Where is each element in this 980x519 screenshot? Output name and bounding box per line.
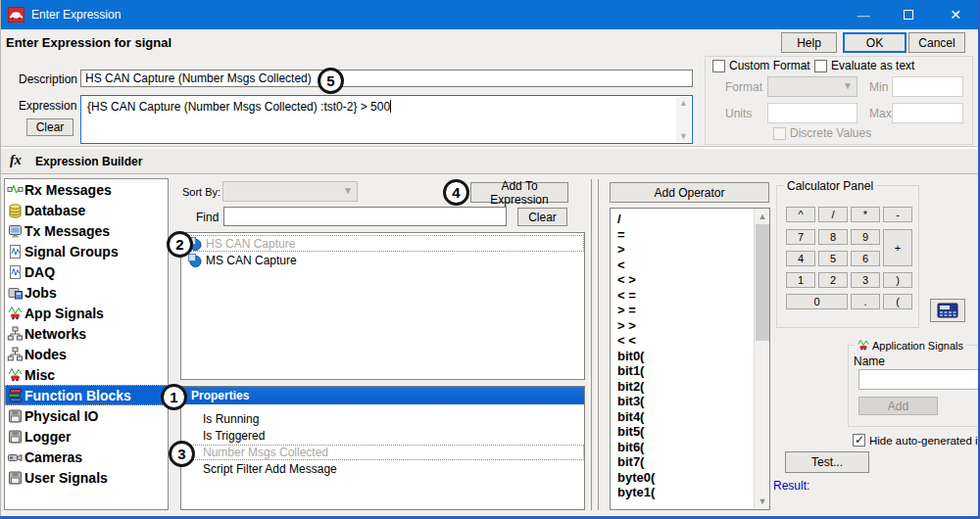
calc-key-5[interactable]: 5 bbox=[818, 251, 848, 266]
operator-item[interactable]: < = bbox=[611, 288, 753, 304]
function-block-list: HS CAN Capture MS CAN Capture bbox=[180, 232, 585, 380]
sidebar-item-daq[interactable]: DAQ bbox=[5, 261, 168, 282]
expression-builder-title: Expression Builder bbox=[35, 155, 142, 168]
calc-key-minus[interactable]: - bbox=[883, 207, 912, 222]
cancel-button[interactable]: Cancel bbox=[908, 32, 965, 53]
misc-icon bbox=[7, 367, 24, 383]
calc-key-6[interactable]: 6 bbox=[851, 251, 880, 266]
expression-scrollbar[interactable]: ▲▼ bbox=[676, 97, 691, 142]
operator-item[interactable]: bit5( bbox=[611, 424, 753, 440]
min-input[interactable] bbox=[892, 76, 963, 97]
operator-item[interactable]: > > bbox=[611, 318, 753, 334]
sidebar-item-cameras[interactable]: Cameras bbox=[5, 447, 168, 467]
user-signals-icon bbox=[7, 470, 24, 486]
calc-key-8[interactable]: 8 bbox=[818, 229, 848, 245]
operator-item[interactable]: < < bbox=[611, 333, 753, 349]
evaluate-as-text-checkbox[interactable] bbox=[814, 60, 827, 72]
list-item-ms-can-capture[interactable]: MS CAN Capture bbox=[181, 252, 584, 268]
tx-messages-icon bbox=[7, 223, 24, 239]
scroll-down-icon[interactable]: ▼ bbox=[755, 494, 770, 509]
splitter[interactable] bbox=[589, 179, 592, 510]
format-dropdown[interactable]: ▼ bbox=[767, 76, 858, 97]
sidebar-item-physical-io[interactable]: Physical IO bbox=[5, 405, 168, 426]
nodes-icon bbox=[7, 347, 24, 362]
sidebar-item-signal-groups[interactable]: Signal Groups bbox=[5, 241, 168, 261]
sort-by-dropdown[interactable]: ▼ bbox=[222, 181, 358, 202]
calc-key-close-paren[interactable]: ) bbox=[883, 272, 912, 288]
expression-input[interactable]: {HS CAN Capture (Number Msgs Collected) … bbox=[80, 95, 693, 144]
list-item-hs-can-capture[interactable]: HS CAN Capture bbox=[181, 235, 584, 252]
clear-find-button[interactable]: Clear bbox=[517, 208, 567, 226]
calc-key-caret[interactable]: ^ bbox=[786, 207, 815, 222]
help-button[interactable]: Help bbox=[781, 32, 837, 53]
calc-key-decimal[interactable]: . bbox=[851, 294, 880, 309]
sidebar-item-misc[interactable]: Misc bbox=[5, 364, 168, 385]
operator-scrollbar[interactable]: ▲ ▼ bbox=[754, 209, 769, 509]
calc-key-3[interactable]: 3 bbox=[851, 272, 880, 288]
calc-key-4[interactable]: 4 bbox=[786, 251, 815, 266]
close-button[interactable]: ✕ bbox=[931, 0, 980, 29]
calc-key-9[interactable]: 9 bbox=[851, 229, 880, 245]
sidebar-item-tx-messages[interactable]: Tx Messages bbox=[5, 220, 168, 241]
scroll-up-icon[interactable]: ▲ bbox=[755, 209, 770, 224]
sidebar-item-app-signals[interactable]: App Signals bbox=[5, 303, 168, 323]
add-signal-button[interactable]: Add bbox=[858, 397, 938, 415]
calculator-button[interactable] bbox=[930, 299, 965, 322]
calc-key-plus[interactable]: + bbox=[883, 229, 912, 266]
operator-item[interactable]: < bbox=[611, 258, 753, 273]
add-operator-button[interactable]: Add Operator bbox=[610, 182, 769, 203]
test-button[interactable]: Test... bbox=[785, 451, 869, 473]
operator-item[interactable]: = bbox=[611, 227, 753, 243]
operator-item[interactable]: bit1( bbox=[611, 363, 753, 379]
operator-item[interactable]: bit6( bbox=[611, 440, 753, 455]
expression-text: {HS CAN Capture (Number Msgs Collected) … bbox=[87, 100, 390, 114]
custom-format-checkbox[interactable] bbox=[712, 60, 725, 72]
scrollbar-thumb[interactable] bbox=[756, 224, 769, 341]
hide-auto-generated-checkbox[interactable] bbox=[853, 434, 865, 447]
calc-key-0[interactable]: 0 bbox=[786, 294, 848, 309]
property-script-filter-add-message[interactable]: Script Filter Add Message bbox=[181, 461, 584, 477]
property-is-triggered[interactable]: Is Triggered bbox=[181, 428, 584, 444]
operator-item[interactable]: bit2( bbox=[611, 379, 753, 395]
ok-button[interactable]: OK bbox=[843, 32, 906, 53]
find-input[interactable] bbox=[223, 207, 507, 226]
calc-key-1[interactable]: 1 bbox=[786, 272, 815, 288]
signal-name-input[interactable] bbox=[858, 369, 979, 390]
operator-item[interactable]: < > bbox=[611, 272, 753, 288]
add-to-expression-button[interactable]: Add To Expression bbox=[470, 182, 568, 203]
clear-expression-button[interactable]: Clear bbox=[26, 118, 74, 136]
minimize-button[interactable]: — bbox=[841, 0, 886, 29]
sidebar-item-rx-messages[interactable]: Rx Messages bbox=[5, 179, 168, 200]
operator-item[interactable]: > = bbox=[611, 303, 753, 318]
calc-key-2[interactable]: 2 bbox=[818, 272, 848, 288]
splitter[interactable] bbox=[596, 179, 599, 510]
function-block-instance-icon bbox=[187, 253, 202, 267]
description-input[interactable] bbox=[80, 70, 693, 87]
operator-item[interactable]: > bbox=[611, 242, 753, 258]
operator-item[interactable]: bit7( bbox=[611, 454, 753, 470]
operator-item[interactable]: bit0( bbox=[611, 349, 753, 364]
operator-item[interactable]: bit3( bbox=[611, 394, 753, 409]
sidebar-item-jobs[interactable]: Jobs bbox=[5, 282, 168, 303]
discrete-values-checkbox[interactable] bbox=[773, 127, 786, 140]
operator-item[interactable]: byte1( bbox=[611, 485, 753, 500]
operator-item[interactable]: bit4( bbox=[611, 409, 753, 425]
max-input[interactable] bbox=[892, 103, 963, 123]
sidebar-item-logger[interactable]: Logger bbox=[5, 426, 168, 447]
sidebar-item-database[interactable]: Database bbox=[5, 200, 168, 220]
operator-item[interactable]: byte0( bbox=[611, 470, 753, 486]
sidebar-item-nodes[interactable]: Nodes bbox=[5, 344, 168, 364]
sidebar-item-networks[interactable]: Networks bbox=[5, 323, 168, 344]
calc-key-open-paren[interactable]: ( bbox=[883, 294, 912, 309]
maximize-button[interactable] bbox=[886, 0, 931, 29]
calc-key-multiply[interactable]: * bbox=[851, 207, 880, 222]
calc-key-divide[interactable]: / bbox=[818, 207, 848, 222]
sidebar-item-user-signals[interactable]: User Signals bbox=[5, 467, 168, 488]
units-input[interactable] bbox=[767, 103, 858, 123]
calc-key-7[interactable]: 7 bbox=[786, 229, 815, 245]
annotation-circle-5: 5 bbox=[318, 68, 344, 94]
property-is-running[interactable]: Is Running bbox=[181, 411, 584, 427]
operator-item[interactable]: / bbox=[611, 212, 753, 227]
sidebar-item-function-blocks[interactable]: Function Blocks bbox=[5, 385, 168, 405]
property-number-msgs-collected[interactable]: Number Msgs Collected bbox=[181, 445, 584, 460]
